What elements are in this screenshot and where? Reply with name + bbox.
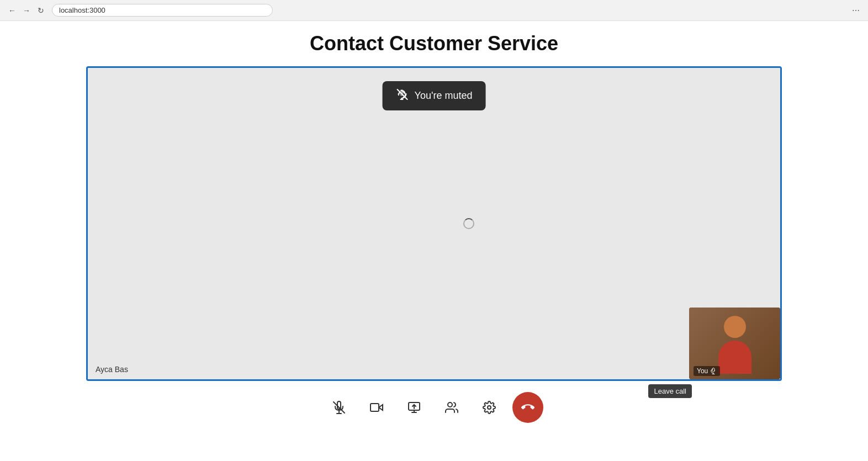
self-video-thumbnail: You	[689, 308, 780, 379]
browser-actions: ⋯	[850, 5, 861, 16]
screenshare-button[interactable]	[400, 393, 428, 422]
participant-name: Ayca Bas	[96, 365, 128, 374]
forward-button[interactable]: →	[21, 5, 32, 16]
address-bar[interactable]: localhost:3000	[52, 4, 273, 17]
page-title: Contact Customer Service	[310, 32, 558, 55]
svg-rect-0	[400, 89, 404, 96]
leave-call-tooltip: Leave call	[648, 384, 692, 398]
end-call-button[interactable]	[512, 392, 543, 423]
video-call-container: You're muted Ayca Bas You Leave call	[86, 66, 782, 381]
you-badge: You	[694, 366, 720, 376]
browser-nav-buttons: ← → ↻	[7, 5, 46, 16]
camera-button[interactable]	[362, 393, 391, 422]
mic-muted-icon	[396, 88, 409, 104]
loading-spinner	[463, 218, 474, 229]
you-label: You	[697, 367, 708, 375]
svg-rect-4	[371, 404, 379, 411]
muted-badge: You're muted	[383, 81, 486, 110]
page-content: Contact Customer Service You're muted Ay…	[0, 21, 868, 461]
settings-button[interactable]	[475, 393, 504, 422]
person-placeholder	[713, 316, 757, 371]
svg-point-7	[488, 406, 491, 409]
svg-point-6	[448, 402, 452, 407]
mute-button[interactable]	[325, 393, 353, 422]
participants-button[interactable]	[437, 393, 466, 422]
person-body	[718, 341, 751, 374]
url-text: localhost:3000	[59, 6, 105, 14]
back-button[interactable]: ←	[7, 5, 18, 16]
bottom-toolbar	[325, 392, 543, 423]
browser-chrome: ← → ↻ localhost:3000 ⋯	[0, 0, 868, 21]
muted-text: You're muted	[415, 90, 473, 102]
person-head	[724, 316, 746, 338]
browser-extensions-icon[interactable]: ⋯	[850, 5, 861, 16]
refresh-button[interactable]: ↻	[35, 5, 46, 16]
